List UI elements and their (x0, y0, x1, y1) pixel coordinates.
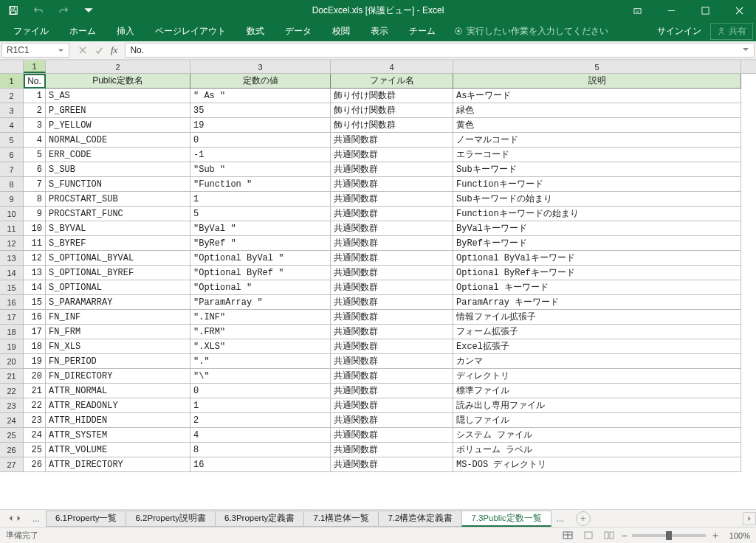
cell[interactable]: 24 (24, 428, 46, 443)
cell[interactable]: 19 (190, 118, 331, 133)
sheet-tab[interactable]: 7.3Public定数一覧 (461, 511, 551, 527)
save-icon[interactable] (3, 1, 24, 19)
ribbon-tab[interactable]: ファイル (3, 21, 59, 41)
row-header[interactable]: 8 (0, 177, 24, 192)
cell[interactable]: 共通関数群 (331, 177, 453, 192)
cell[interactable]: 情報ファイル拡張子 (453, 310, 741, 325)
cell[interactable]: " As " (190, 89, 331, 103)
normal-view-icon[interactable] (560, 529, 576, 542)
cell[interactable]: 共通関数群 (331, 354, 453, 369)
cell[interactable]: Excel拡張子 (453, 339, 741, 354)
cell[interactable]: 25 (24, 443, 46, 457)
cell[interactable]: 26 (24, 457, 46, 472)
cell[interactable]: 共通関数群 (331, 280, 453, 295)
column-header[interactable]: 4 (331, 60, 453, 73)
row-header[interactable]: 24 (0, 413, 24, 428)
sheet-tab[interactable]: 6.1Property一覧 (46, 511, 126, 527)
cell[interactable]: "ByVal " (190, 221, 331, 236)
expand-formula-icon[interactable] (742, 45, 749, 55)
column-header[interactable]: 1 (24, 60, 46, 73)
cell[interactable]: 22 (24, 398, 46, 413)
zoom-in-button[interactable]: ＋ (710, 529, 721, 542)
tell-me-search[interactable]: 実行したい作業を入力してください (446, 25, 608, 38)
cell[interactable]: S_BYVAL (46, 221, 190, 236)
cell[interactable]: PROCSTART_SUB (46, 192, 190, 207)
cell[interactable]: FN_INF (46, 310, 190, 325)
table-header-cell[interactable]: No. (24, 74, 46, 89)
cell[interactable]: 飾り付け関数群 (331, 118, 453, 133)
cell[interactable]: ATTR_NORMAL (46, 384, 190, 398)
cell[interactable]: ATTR_DIRECTORY (46, 457, 190, 472)
sheet-tab[interactable]: 6.2Property説明書 (126, 511, 215, 527)
row-header[interactable]: 14 (0, 266, 24, 280)
cell[interactable]: 1 (190, 192, 331, 207)
row-header[interactable]: 23 (0, 398, 24, 413)
cell[interactable]: "Optional ByVal " (190, 251, 331, 266)
cell[interactable]: 1 (190, 398, 331, 413)
cell[interactable]: FN_XLS (46, 339, 190, 354)
minimize-button[interactable] (654, 0, 688, 21)
cell[interactable]: 共通関数群 (331, 266, 453, 280)
row-header[interactable]: 11 (0, 221, 24, 236)
cell[interactable]: 9 (24, 207, 46, 221)
cell[interactable]: 隠しファイル (453, 413, 741, 428)
cell[interactable]: S_BYREF (46, 236, 190, 251)
cell[interactable]: 共通関数群 (331, 236, 453, 251)
zoom-slider[interactable] (632, 534, 706, 537)
cell[interactable]: 21 (24, 384, 46, 398)
undo-icon[interactable] (28, 1, 49, 19)
cell[interactable]: P_YELLOW (46, 118, 190, 133)
cell[interactable]: 12 (24, 251, 46, 266)
cell[interactable]: MS-DOS ディレクトリ (453, 457, 741, 472)
cell[interactable]: システム ファイル (453, 428, 741, 443)
row-header[interactable]: 9 (0, 192, 24, 207)
cell[interactable]: ByRefキーワード (453, 236, 741, 251)
cell[interactable]: 1 (24, 89, 46, 103)
cell[interactable]: フォーム拡張子 (453, 325, 741, 339)
fx-icon[interactable]: fx (111, 44, 117, 56)
cell[interactable]: 6 (24, 162, 46, 177)
cell[interactable]: 共通関数群 (331, 443, 453, 457)
cell[interactable]: 共通関数群 (331, 310, 453, 325)
cell[interactable]: Subキーワードの始まり (453, 192, 741, 207)
cancel-formula-icon[interactable] (78, 46, 87, 55)
sheet-tab[interactable]: 6.3Property定義書 (215, 511, 304, 527)
cell[interactable]: ノーマルコード (453, 133, 741, 148)
table-header-cell[interactable]: Public定数名 (46, 74, 190, 89)
cell[interactable]: 共通関数群 (331, 413, 453, 428)
cell[interactable]: 18 (24, 339, 46, 354)
cell[interactable]: カンマ (453, 354, 741, 369)
cell[interactable]: 5 (24, 148, 46, 162)
signin-link[interactable]: サインイン (657, 25, 701, 38)
cell[interactable]: NORMAL_CODE (46, 133, 190, 148)
row-header[interactable]: 1 (0, 74, 24, 89)
cell[interactable]: ".XLS" (190, 339, 331, 354)
maximize-button[interactable] (688, 0, 722, 21)
cell[interactable]: P_GREEN (46, 103, 190, 118)
row-header[interactable]: 5 (0, 133, 24, 148)
cell[interactable]: 2 (190, 413, 331, 428)
row-header[interactable]: 21 (0, 369, 24, 384)
row-header[interactable]: 25 (0, 428, 24, 443)
cell[interactable]: 飾り付け関数群 (331, 89, 453, 103)
row-header[interactable]: 19 (0, 339, 24, 354)
cell[interactable]: "Sub " (190, 162, 331, 177)
cell[interactable]: FN_FRM (46, 325, 190, 339)
row-header[interactable]: 10 (0, 207, 24, 221)
cell[interactable]: 4 (24, 133, 46, 148)
cell[interactable]: ".INF" (190, 310, 331, 325)
cell[interactable]: 共通関数群 (331, 325, 453, 339)
row-header[interactable]: 13 (0, 251, 24, 266)
tab-scroll-right-icon[interactable] (16, 513, 22, 524)
cell[interactable]: 共通関数群 (331, 339, 453, 354)
cell[interactable]: 共通関数群 (331, 369, 453, 384)
sheet-tab[interactable]: 7.2構造体定義書 (378, 511, 462, 527)
cell[interactable]: 8 (190, 443, 331, 457)
cell[interactable]: 共通関数群 (331, 221, 453, 236)
cell[interactable]: ATTR_HIDDEN (46, 413, 190, 428)
cell[interactable]: ATTR_VOLUME (46, 443, 190, 457)
ribbon-tab[interactable]: 数式 (236, 21, 275, 41)
more-sheets-right[interactable]: ... (551, 513, 570, 524)
cell[interactable]: 23 (24, 413, 46, 428)
cell[interactable]: S_OPTIONAL_BYREF (46, 266, 190, 280)
